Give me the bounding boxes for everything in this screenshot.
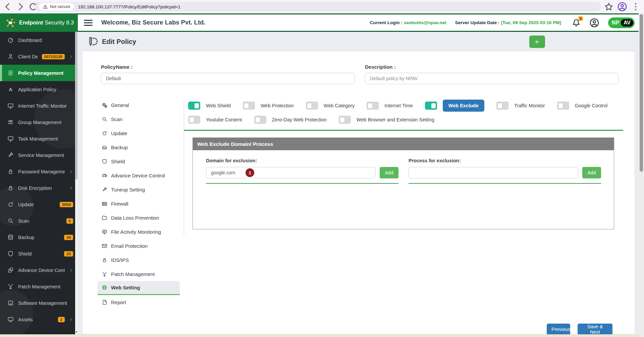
sidebar-item-disk-encryption[interactable]: Disk Encryption <box>0 180 78 196</box>
policy-tab-patch-management[interactable]: Patch Management <box>98 267 180 281</box>
edit-policy-card: PolicyName : Description : General Scan … <box>82 51 635 334</box>
browser-profile-icon[interactable] <box>617 2 627 12</box>
toggle-label[interactable]: Internet Time <box>384 103 413 108</box>
policy-tab-web-setting[interactable]: Web Setting <box>98 281 180 295</box>
browser-back-icon[interactable] <box>3 2 13 12</box>
page-scrollbar[interactable] <box>639 13 644 337</box>
sidebar-item-update[interactable]: Update 5004 <box>0 196 78 213</box>
molecule-logo-icon <box>5 18 16 28</box>
toggle-label[interactable]: Google Control <box>575 103 608 108</box>
policy-tab-file-activity-monitoring[interactable]: File Activity Monitoring <box>98 225 180 239</box>
policy-tab-email-protection[interactable]: Email Protection <box>98 239 180 253</box>
user-avatar-icon[interactable] <box>589 18 599 28</box>
sidebar-item-label: Dashboard <box>18 38 73 43</box>
sidebar-item-advance-device-control[interactable]: Advance Device Control <box>0 262 78 278</box>
policy-tab-general[interactable]: General <box>98 98 180 112</box>
sidebar-item-scan[interactable]: Scan 5 <box>0 213 78 229</box>
file-icon <box>102 299 107 305</box>
count-badge: 23 <box>64 251 73 257</box>
toggle-switch[interactable] <box>306 102 318 110</box>
sidebar-item-label: Assets <box>18 317 54 322</box>
sidebar-item-dashboard[interactable]: Dashboard <box>0 32 78 48</box>
sidebar-item-software-management[interactable]: Software Management <box>0 295 78 311</box>
bookmark-star-icon[interactable] <box>604 2 614 12</box>
toggle-switch[interactable] <box>496 102 508 110</box>
toggle-label[interactable]: Web Category <box>324 103 355 108</box>
url-text[interactable]: 192.168.100.137:7777/Policy/EditPolicy?p… <box>78 4 180 9</box>
folder-icon <box>102 215 107 221</box>
not-secure-chip[interactable]: Not secure <box>39 3 74 10</box>
browser-forward-icon[interactable] <box>15 2 25 12</box>
browser-menu-icon[interactable] <box>631 2 641 12</box>
policy-tab-label: File Activity Monitoring <box>111 229 161 235</box>
globe-icon <box>102 285 107 290</box>
sidebar-item-task-management[interactable]: Task Management <box>0 130 78 147</box>
sidebar-item-application-policy[interactable]: A Application Policy <box>0 81 78 98</box>
toggle-label[interactable]: Web Protection <box>261 103 294 108</box>
toggle-label[interactable]: Web Browser and Extension Setting <box>357 117 434 122</box>
previous-button[interactable]: Previous <box>547 324 570 335</box>
sidebar-item-patch-management[interactable]: Patch Management <box>0 278 78 295</box>
toggle-switch[interactable] <box>254 116 266 124</box>
toggle-label[interactable]: Zero-Day Web Protection <box>272 117 327 122</box>
toggle-switch[interactable] <box>367 102 379 110</box>
sidebar-item-policy-management[interactable]: Policy Management <box>0 65 78 81</box>
policy-name-input[interactable] <box>101 73 355 84</box>
sidebar-item-password-management[interactable]: Password Management <box>0 163 78 180</box>
save-next-button[interactable]: Save & Next <box>578 324 612 335</box>
sidebar-item-assets[interactable]: Assets 2 <box>0 311 78 328</box>
address-bar[interactable]: Not secure 192.168.100.137:7777/Policy/E… <box>35 2 601 11</box>
sidebar-item-group-management[interactable]: Group Management <box>0 114 78 130</box>
policy-tab-label: Update <box>111 130 127 136</box>
screen: Not secure 192.168.100.137:7777/Policy/E… <box>0 0 644 337</box>
sidebar-item-label: Password Management <box>18 169 65 174</box>
toggle-label[interactable]: Web Shield <box>206 103 231 108</box>
sidebar-scroll-down-arrow[interactable] <box>75 331 77 333</box>
description-input[interactable] <box>365 73 619 84</box>
browser-toolbar: Not secure 192.168.100.137:7777/Policy/E… <box>0 0 644 13</box>
switch-knob <box>368 103 372 108</box>
bottom-edge-strip <box>0 334 639 337</box>
toggle-web-exclude: Web Exclude <box>425 100 484 112</box>
policy-tab-backup[interactable]: Backup <box>98 140 180 154</box>
policy-tab-firewall[interactable]: Firewall <box>98 196 180 211</box>
sidebar-item-shield[interactable]: Shield 23 <box>0 245 78 262</box>
policy-tab-advance-device-control[interactable]: Advance Device Control <box>98 168 180 182</box>
sidebar-item-label: Advance Device Control <box>18 268 65 273</box>
sidebar-scrollbar[interactable] <box>75 32 78 334</box>
policy-tab-ids-ips[interactable]: IDS/IPS <box>98 253 180 267</box>
sidebar-item-internet-traffic-monitor[interactable]: Internet Traffic Monitor <box>0 98 78 114</box>
sidebar-item-backup[interactable]: Backup 34 <box>0 229 78 245</box>
process-exclusion-input[interactable] <box>409 167 578 178</box>
sidebar-item-client-details[interactable]: Client Details 5071/5139 <box>0 48 78 65</box>
domain-add-button[interactable]: Add <box>380 167 398 178</box>
policy-tab-data-loss-prevention[interactable]: Data Loss Prevention <box>98 211 180 225</box>
page-scrollbar-thumb[interactable] <box>640 14 643 172</box>
toggle-label[interactable]: Traffic Monitor <box>514 103 545 108</box>
sidebar-scrollbar-thumb[interactable] <box>75 32 77 179</box>
policy-tab-update[interactable]: Update <box>98 126 180 140</box>
hamburger-menu-icon[interactable] <box>83 17 94 29</box>
sidebar-item-service-management[interactable]: Service Management <box>0 147 78 163</box>
toggle-switch[interactable] <box>557 102 569 110</box>
toggle-switch[interactable] <box>188 116 200 124</box>
policy-tab-tuneup-setting[interactable]: Tuneup Setting <box>98 182 180 196</box>
lock-icon <box>102 257 107 263</box>
toggle-switch[interactable] <box>425 102 437 110</box>
policy-tab-shield[interactable]: Shield <box>98 154 180 168</box>
toggle-switch[interactable] <box>188 102 200 110</box>
toggle-label[interactable]: Youtube Content <box>206 117 242 122</box>
policy-tab-scan[interactable]: Scan <box>98 112 180 126</box>
toggle-label[interactable]: Web Exclude <box>443 100 484 112</box>
toggle-switch[interactable] <box>243 102 255 110</box>
sidebar-item-label: Application Policy <box>18 87 73 92</box>
toggle-switch[interactable] <box>339 116 351 124</box>
policy-tab-report[interactable]: Report <box>98 295 180 309</box>
domain-exclusion-input[interactable] <box>206 167 376 178</box>
process-add-button[interactable]: Add <box>582 167 601 178</box>
vertical-divider <box>184 101 184 235</box>
description-label: Description : <box>365 64 396 70</box>
back-button[interactable] <box>529 36 545 48</box>
toggle-web-browser-extension-setting: Web Browser and Extension Setting <box>339 116 434 124</box>
notifications-bell-icon[interactable]: 3 <box>572 18 581 27</box>
